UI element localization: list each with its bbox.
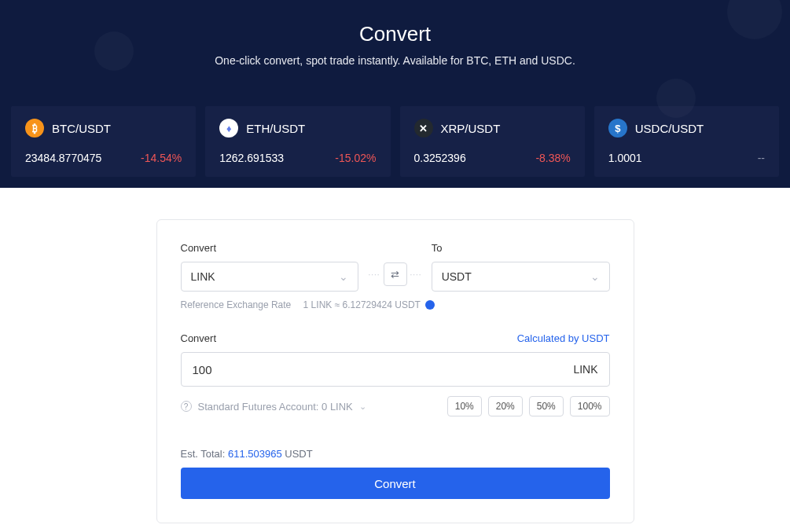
estimate-value: 611.503965 [228, 448, 282, 460]
connector-dots: ···· [407, 270, 425, 279]
decorative-circle [94, 31, 134, 71]
coin-icon: ✕ [414, 119, 433, 138]
rate-label: Reference Exchange Rate [181, 299, 292, 310]
to-label: To [432, 242, 610, 254]
change-percent: -15.02% [335, 152, 376, 164]
ticker-card[interactable]: ♦ETH/USDT1262.691533-15.02% [205, 106, 390, 177]
percent-button[interactable]: 100% [570, 396, 610, 416]
from-currency-select[interactable]: LINK ⌄ [181, 262, 359, 292]
convert-card: Convert LINK ⌄ ···· ⇄ ···· To USDT ⌄ Ref… [156, 219, 634, 523]
account-text: Standard Futures Account: 0 LINK [198, 401, 353, 413]
chevron-down-icon: ⌄ [339, 270, 348, 283]
trading-pair: USDC/USDT [635, 122, 704, 135]
amount-unit: LINK [573, 363, 597, 376]
from-label: Convert [181, 242, 359, 254]
chevron-down-icon: ⌄ [590, 270, 600, 283]
decorative-circle [656, 79, 696, 118]
info-icon[interactable] [425, 300, 435, 310]
change-percent: -- [758, 152, 765, 164]
convert-button[interactable]: Convert [181, 468, 610, 499]
exchange-rate-line: Reference Exchange Rate 1 LINK ≈ 6.12729… [181, 299, 610, 310]
percent-button[interactable]: 20% [488, 396, 523, 416]
coin-icon: ♦ [219, 119, 238, 138]
swap-button[interactable]: ⇄ [384, 262, 407, 286]
hero-banner: Convert One-click convert, spot trade in… [0, 0, 790, 188]
trading-pair: ETH/USDT [246, 122, 305, 135]
to-currency-value: USDT [442, 270, 472, 283]
percent-button-group: 10%20%50%100% [447, 396, 610, 416]
ticker-card[interactable]: $USDC/USDT1.0001-- [594, 106, 779, 177]
amount-input[interactable] [193, 363, 574, 376]
trading-pair: XRP/USDT [441, 122, 501, 135]
coin-icon: ₿ [25, 119, 44, 138]
calculated-by-link[interactable]: Calculated by USDT [517, 332, 610, 344]
change-percent: -14.54% [141, 152, 182, 164]
estimate-label: Est. Total: [181, 448, 228, 460]
trading-pair: BTC/USDT [52, 122, 111, 135]
amount-label: Convert [181, 332, 217, 344]
estimate-total-line: Est. Total: 611.503965 USDT [181, 448, 610, 460]
coin-icon: $ [608, 119, 627, 138]
connector-dots: ···· [365, 270, 383, 279]
ticker-card[interactable]: ✕XRP/USDT0.3252396-8.38% [400, 106, 585, 177]
rate-value: 1 LINK ≈ 6.12729424 USDT [303, 299, 421, 310]
help-icon: ? [181, 401, 192, 412]
price-value: 0.3252396 [414, 152, 466, 164]
price-value: 1.0001 [608, 152, 642, 164]
ticker-card[interactable]: ₿BTC/USDT23484.8770475-14.54% [11, 106, 196, 177]
change-percent: -8.38% [535, 152, 570, 164]
from-currency-value: LINK [191, 270, 215, 283]
account-selector[interactable]: ? Standard Futures Account: 0 LINK ⌄ [181, 401, 366, 413]
swap-icon: ⇄ [391, 269, 399, 281]
estimate-unit: USDT [282, 448, 313, 460]
percent-button[interactable]: 10% [447, 396, 482, 416]
to-currency-select[interactable]: USDT ⌄ [432, 262, 610, 292]
ticker-row: ₿BTC/USDT23484.8770475-14.54%♦ETH/USDT12… [0, 106, 790, 188]
price-value: 1262.691533 [219, 152, 284, 164]
amount-field-container: LINK [181, 352, 610, 387]
percent-button[interactable]: 50% [529, 396, 564, 416]
price-value: 23484.8770475 [25, 152, 101, 164]
chevron-down-icon: ⌄ [359, 402, 366, 412]
